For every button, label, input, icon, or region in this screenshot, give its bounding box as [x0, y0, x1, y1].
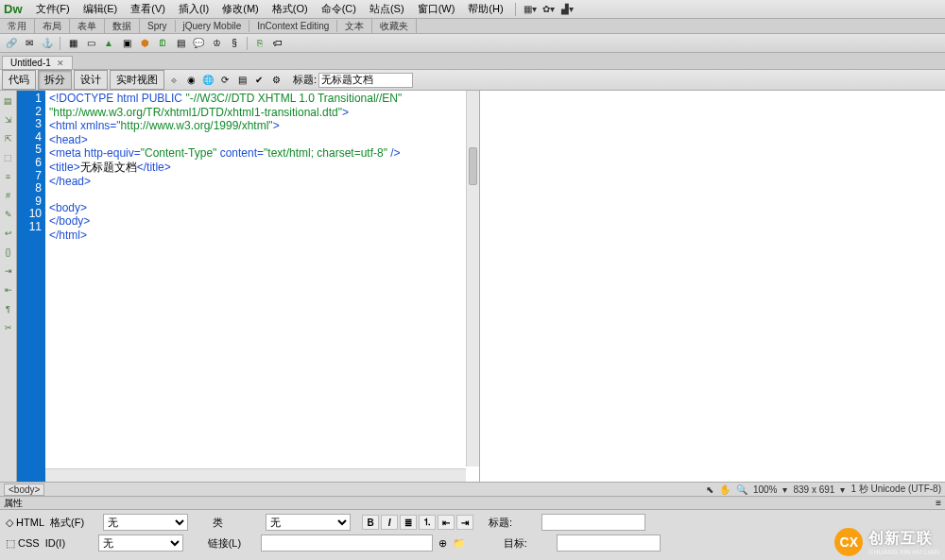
layout-icon[interactable]: ▦▾	[522, 2, 539, 17]
file-mgmt-icon[interactable]: ▤	[234, 73, 249, 88]
image-icon[interactable]: ▲	[101, 36, 116, 51]
select-parent-icon[interactable]: ⬚	[2, 151, 15, 164]
insert-tabstrip: 常用 布局 表单 数据 Spry jQuery Mobile InContext…	[0, 19, 945, 34]
code-view-button[interactable]: 代码	[2, 70, 36, 90]
window-size[interactable]: 839 x 691	[793, 484, 834, 495]
syntax-icon[interactable]: {}	[2, 246, 15, 259]
menu-view[interactable]: 查看(V)	[125, 0, 171, 18]
pointer-icon[interactable]: ⬉	[706, 484, 713, 495]
tag-selector-bar: <body> ⬉ ✋ 🔍 100% ▾ 839 x 691 ▾ 1 秒 Unic…	[0, 482, 945, 497]
link-input[interactable]	[261, 535, 433, 552]
design-preview[interactable]	[480, 91, 945, 482]
line-numbers-icon[interactable]: #	[2, 189, 15, 202]
menu-commands[interactable]: 命令(C)	[316, 0, 362, 18]
app-logo: Dw	[4, 2, 23, 16]
tab-spry[interactable]: Spry	[140, 20, 176, 32]
ol-icon[interactable]: ⒈	[419, 515, 436, 530]
target-input[interactable]	[557, 535, 661, 552]
editor-split: ▤ ⇲ ⇱ ⬚ ≡ # ✎ ↩ {} ⇥ ⇤ ¶ ✂ 1234567891011…	[0, 91, 945, 482]
email-icon[interactable]: ✉	[22, 36, 37, 51]
panel-menu-icon[interactable]: ≡	[936, 498, 941, 508]
ul-icon[interactable]: ≣	[400, 515, 417, 530]
tab-layout[interactable]: 布局	[35, 19, 70, 34]
zoom-value[interactable]: 100%	[753, 484, 778, 495]
link-label: 链接(L)	[208, 536, 255, 551]
anchor-icon[interactable]: ⚓	[40, 36, 55, 51]
menu-edit[interactable]: 编辑(E)	[77, 0, 124, 18]
tab-data[interactable]: 数据	[105, 19, 140, 34]
expand-icon[interactable]: ⇱	[2, 132, 15, 145]
tab-forms[interactable]: 表单	[70, 19, 105, 34]
css-tab[interactable]: ⬚ CSS	[6, 537, 40, 550]
head-icon[interactable]: ♔	[209, 36, 224, 51]
tab-incontext[interactable]: InContext Editing	[249, 20, 337, 32]
table-icon[interactable]: ▦	[65, 36, 80, 51]
media-icon[interactable]: ▣	[119, 36, 134, 51]
format-select[interactable]: 无	[103, 514, 188, 531]
title-input[interactable]	[318, 73, 413, 88]
menu-format[interactable]: 格式(O)	[266, 0, 314, 18]
outdent-btn-icon[interactable]: ⇤	[438, 515, 455, 530]
html-tab[interactable]: ◇ HTML	[6, 517, 44, 529]
options-icon[interactable]: ⚙	[268, 73, 284, 88]
browse-folder-icon[interactable]: 📁	[453, 537, 466, 550]
horizontal-scrollbar[interactable]	[45, 468, 466, 482]
hand-icon[interactable]: ✋	[719, 484, 730, 495]
indent-btn-icon[interactable]: ⇥	[456, 515, 473, 530]
script-icon[interactable]: §	[227, 36, 242, 51]
wrap-icon[interactable]: ↩	[2, 227, 15, 240]
live-view-button[interactable]: 实时视图	[110, 70, 164, 90]
tab-common[interactable]: 常用	[0, 19, 35, 34]
div-icon[interactable]: ▭	[83, 36, 98, 51]
tag-crumb-body[interactable]: <body>	[4, 484, 44, 496]
workspace-icon[interactable]: ✿▾	[541, 2, 558, 17]
properties-panel: ◇ HTML 格式(F) 无 类 无 B I ≣ ⒈ ⇤ ⇥ 标题: ⬚ CSS…	[0, 510, 945, 560]
prop-title-input[interactable]	[541, 514, 645, 531]
zoom-icon[interactable]: 🔍	[736, 484, 747, 495]
menu-help[interactable]: 帮助(H)	[462, 0, 508, 18]
close-icon[interactable]: ✕	[57, 59, 64, 68]
templates-icon[interactable]: ⎘	[252, 36, 267, 51]
class-select[interactable]: 无	[266, 514, 351, 531]
menu-file[interactable]: 文件(F)	[30, 0, 76, 18]
check-icon[interactable]: ✔	[251, 73, 266, 88]
document-tab-label: Untitled-1	[10, 58, 51, 68]
vertical-scrollbar[interactable]	[466, 91, 479, 467]
menu-insert[interactable]: 插入(I)	[173, 0, 215, 18]
highlight-icon[interactable]: ✎	[2, 208, 15, 221]
browser-icon[interactable]: 🌐	[200, 73, 215, 88]
inspect-icon[interactable]: ◉	[183, 73, 198, 88]
tab-text[interactable]: 文本	[337, 19, 372, 34]
menu-site[interactable]: 站点(S)	[364, 0, 410, 18]
document-tab[interactable]: Untitled-1 ✕	[2, 56, 73, 69]
live-code-icon[interactable]: ⟐	[166, 73, 181, 88]
collapse-icon[interactable]: ⇲	[2, 113, 15, 127]
menu-modify[interactable]: 修改(M)	[216, 0, 265, 18]
hyperlink-icon[interactable]: 🔗	[4, 36, 19, 51]
outdent-icon[interactable]: ⇤	[2, 283, 15, 297]
tag-icon[interactable]: 🏷	[270, 36, 285, 51]
widget-icon[interactable]: ⬢	[137, 36, 152, 51]
server-icon[interactable]: ▤	[173, 36, 188, 51]
format-icon[interactable]: ¶	[2, 302, 15, 315]
snippets-icon[interactable]: ✂	[2, 321, 15, 334]
open-docs-icon[interactable]: ▤	[2, 94, 15, 108]
comment-icon[interactable]: 💬	[191, 36, 206, 51]
point-to-file-icon[interactable]: ⊕	[438, 537, 447, 550]
bold-icon[interactable]: B	[362, 515, 379, 530]
id-select[interactable]: 无	[98, 535, 183, 552]
balance-icon[interactable]: ≡	[2, 170, 15, 183]
code-editor[interactable]: <!DOCTYPE html PUBLIC "-//W3C//DTD XHTML…	[45, 91, 480, 482]
tab-favorites[interactable]: 收藏夹	[372, 19, 417, 34]
download-status: 1 秒 Unicode (UTF-8)	[850, 483, 941, 496]
tab-jquerymobile[interactable]: jQuery Mobile	[176, 20, 250, 32]
date-icon[interactable]: 🗓	[155, 36, 170, 51]
indent-icon[interactable]: ⇥	[2, 264, 15, 278]
refresh-icon[interactable]: ⟳	[217, 73, 232, 88]
italic-icon[interactable]: I	[381, 515, 398, 530]
extend-icon[interactable]: ▟▾	[559, 2, 576, 17]
split-view-button[interactable]: 拆分	[38, 70, 72, 90]
design-view-button[interactable]: 设计	[74, 70, 108, 90]
menu-window[interactable]: 窗口(W)	[412, 0, 461, 18]
properties-header[interactable]: 属性≡	[0, 497, 945, 510]
